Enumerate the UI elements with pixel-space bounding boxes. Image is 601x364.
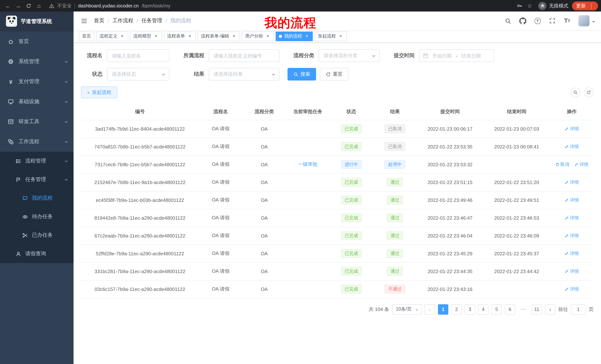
tab[interactable]: 我的流程 bbox=[276, 31, 313, 41]
fullscreen-icon[interactable] bbox=[547, 16, 558, 26]
github-icon[interactable] bbox=[517, 16, 528, 26]
back-icon[interactable]: ← bbox=[3, 1, 13, 10]
detail-action[interactable]: 详情 bbox=[565, 250, 579, 257]
tab[interactable]: 首页 bbox=[79, 31, 94, 41]
avatar[interactable] bbox=[578, 15, 590, 26]
sidebar-item-home[interactable]: 首页 bbox=[0, 31, 74, 52]
password-key-icon[interactable] bbox=[514, 1, 524, 10]
sidebar-item-process-management[interactable]: 流程管理 bbox=[0, 152, 74, 170]
page-number-button[interactable]: ⋯ bbox=[518, 304, 529, 315]
search-icon[interactable] bbox=[502, 16, 513, 26]
sidebar-item-leave-query[interactable]: 请假查询 bbox=[0, 245, 74, 263]
end-date-input[interactable] bbox=[460, 53, 482, 58]
tab-close-icon[interactable] bbox=[153, 34, 159, 39]
font-size-icon[interactable]: TT bbox=[562, 16, 572, 26]
tab[interactable]: 流程定义 bbox=[96, 31, 128, 41]
detail-action[interactable]: 详情 bbox=[565, 286, 579, 292]
address-divider bbox=[75, 3, 75, 8]
page-number-button[interactable]: 5 bbox=[491, 304, 502, 315]
page-number-button[interactable]: 6 bbox=[505, 304, 515, 315]
detail-action[interactable]: 详情 bbox=[565, 197, 579, 203]
tab-close-icon[interactable] bbox=[187, 34, 192, 39]
address-bar[interactable]: 不安全 dashboard.yudao.iocoder.cn/bpm/task/… bbox=[45, 2, 514, 9]
tab-close-icon[interactable] bbox=[265, 34, 270, 39]
breadcrumb-item[interactable]: 工作流程 bbox=[112, 18, 133, 24]
create-process-button[interactable]: + 发起流程 bbox=[81, 86, 117, 98]
page-number-button[interactable]: 2 bbox=[451, 304, 462, 315]
goto-page-input[interactable] bbox=[571, 304, 586, 315]
detail-action[interactable]: 详情 bbox=[565, 232, 579, 239]
cancel-action[interactable]: 取消 bbox=[555, 161, 569, 168]
detail-action[interactable]: 详情 bbox=[565, 179, 579, 185]
column-header: 编号 bbox=[81, 104, 199, 120]
table-row: ec45f38f-7b9a-11ec-b03b-acde48001122 OA … bbox=[81, 191, 594, 209]
top-navbar: 首页 / 工作流程 / 任务管理 / 我的流程 ? bbox=[74, 11, 601, 30]
current-task-link[interactable]: 一级审批 bbox=[298, 161, 317, 167]
sidebar-item-workflow[interactable]: 工作流程 bbox=[0, 132, 74, 152]
sidebar-item-devtools[interactable]: 研发工具 bbox=[0, 112, 74, 132]
tab[interactable]: 用户分组 bbox=[242, 31, 274, 41]
tab-close-icon[interactable] bbox=[304, 34, 310, 39]
category-select[interactable]: 请选择流程分类 bbox=[319, 49, 380, 62]
bookmark-star-icon[interactable]: ☆ bbox=[525, 1, 534, 10]
detail-action[interactable]: 详情 bbox=[565, 268, 579, 274]
process-name-input[interactable] bbox=[107, 49, 169, 62]
page-number-button[interactable]: 3 bbox=[465, 304, 475, 315]
toggle-search-icon[interactable] bbox=[571, 87, 580, 97]
sidebar-item-pending-tasks[interactable]: 待办任务 bbox=[0, 207, 74, 226]
tab[interactable]: 发起流程 bbox=[315, 31, 347, 41]
reset-button[interactable]: 重置 bbox=[320, 68, 348, 80]
table-header-row: 编号 流程名 流程分类 当前审批任务 状态 结果 bbox=[81, 104, 594, 120]
date-range-picker[interactable]: - bbox=[419, 49, 494, 62]
page-size-select[interactable]: 10条/页 bbox=[392, 304, 421, 315]
sidebar-item-done-tasks[interactable]: 已办任务 bbox=[0, 226, 74, 245]
detail-action[interactable]: 详情 bbox=[574, 161, 588, 168]
url-host: dashboard.yudao.iocoder.cn bbox=[78, 3, 139, 9]
page-number-button[interactable]: 11 bbox=[531, 304, 542, 315]
tab-close-icon[interactable] bbox=[120, 34, 125, 39]
tab-label: 流程表单-编辑 bbox=[201, 33, 229, 39]
reload-icon[interactable] bbox=[24, 1, 33, 10]
tab[interactable]: 流程表单-编辑 bbox=[198, 31, 240, 41]
cell-id: 3ad174fb-7b9d-11ec-8404-acde48001122 bbox=[81, 120, 199, 138]
detail-action[interactable]: 详情 bbox=[565, 144, 579, 150]
process-def-input[interactable] bbox=[209, 49, 279, 62]
detail-action[interactable]: 详情 bbox=[565, 126, 579, 132]
tab-close-icon[interactable] bbox=[338, 34, 343, 39]
avatar-menu[interactable] bbox=[578, 15, 595, 26]
hamburger-icon[interactable] bbox=[80, 16, 89, 25]
page-number-button[interactable]: 1 bbox=[438, 304, 448, 315]
search-button[interactable]: 搜索 bbox=[288, 68, 316, 80]
start-date-input[interactable] bbox=[431, 53, 453, 58]
tab[interactable]: 流程表单 bbox=[164, 31, 196, 41]
sidebar-item-payment[interactable]: ¥ 支付管理 bbox=[0, 72, 74, 92]
cell-category: OA bbox=[242, 262, 286, 280]
breadcrumb-item[interactable]: 任务管理 bbox=[141, 18, 162, 24]
prev-page-button[interactable]: ‹ bbox=[425, 304, 435, 315]
breadcrumb-item[interactable]: 首页 bbox=[94, 18, 104, 24]
refresh-icon[interactable] bbox=[584, 87, 594, 97]
tab-close-icon[interactable] bbox=[231, 34, 237, 39]
url-path: /bpm/task/my bbox=[142, 3, 170, 9]
detail-action[interactable]: 详情 bbox=[565, 215, 579, 221]
home-icon[interactable]: ⌂ bbox=[34, 1, 44, 10]
forward-icon[interactable]: → bbox=[13, 1, 23, 10]
cell-end-time: 2022-01-22 23:45:37 bbox=[483, 245, 550, 262]
cell-category: OA bbox=[242, 120, 286, 138]
result-badge: 通过 bbox=[387, 196, 403, 204]
page-number-button[interactable]: 4 bbox=[478, 304, 489, 315]
sidebar-item-my-processes[interactable]: 我的流程 bbox=[0, 189, 74, 207]
sidebar-item-task-management[interactable]: 任务管理 bbox=[0, 170, 74, 189]
status-select[interactable]: 请选择状态 bbox=[107, 68, 169, 80]
sidebar-item-infrastructure[interactable]: 基础设施 bbox=[0, 92, 74, 112]
infrastructure-icon bbox=[7, 99, 14, 105]
sidebar-item-system[interactable]: 系统管理 bbox=[0, 52, 74, 72]
tab[interactable]: 流程模型 bbox=[130, 31, 162, 41]
next-page-button[interactable]: › bbox=[545, 304, 555, 315]
update-button[interactable]: 更新 ⋮ bbox=[572, 1, 598, 10]
breadcrumb-separator: / bbox=[137, 18, 138, 24]
result-select[interactable]: 请选择流结果 bbox=[209, 68, 279, 80]
help-icon[interactable]: ? bbox=[532, 16, 543, 26]
browser-menu-icon[interactable]: ⋮ bbox=[589, 3, 594, 8]
reset-button-label: 重置 bbox=[333, 71, 342, 77]
